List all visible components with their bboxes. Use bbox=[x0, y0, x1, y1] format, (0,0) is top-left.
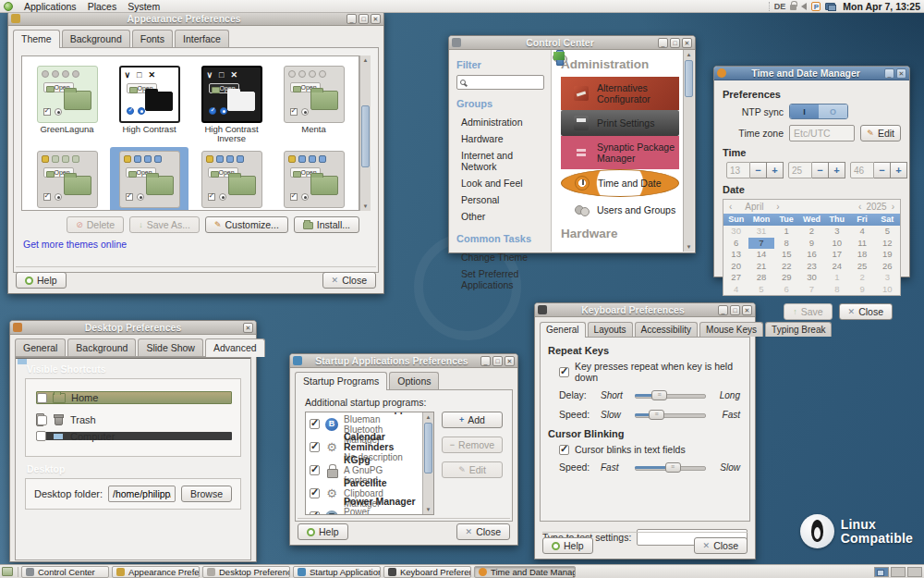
tab-slideshow[interactable]: Slide Show bbox=[138, 338, 203, 356]
close-dialog-button[interactable]: ✕Close bbox=[694, 537, 748, 554]
tab-general[interactable]: General bbox=[15, 338, 66, 356]
calendar-day[interactable]: 28 bbox=[748, 272, 773, 284]
calendar-day[interactable]: 1 bbox=[824, 272, 849, 284]
calendar-day[interactable]: 12 bbox=[875, 238, 900, 250]
save-as-button[interactable]: ↓Save As... bbox=[129, 216, 200, 233]
volume-icon[interactable] bbox=[801, 3, 807, 10]
customize-button[interactable]: ✎Customize... bbox=[205, 216, 288, 233]
browse-button[interactable]: Browse bbox=[181, 486, 232, 502]
get-more-themes-link[interactable]: Get more themes online bbox=[23, 239, 127, 250]
calendar-day[interactable]: 30 bbox=[799, 272, 824, 284]
calendar-day[interactable]: 5 bbox=[748, 284, 773, 296]
control-center-item[interactable]: Users and Groups bbox=[561, 197, 679, 223]
keyboard-layout-indicator[interactable]: DE bbox=[769, 2, 786, 11]
maximize-button[interactable]: □ bbox=[730, 305, 740, 315]
taskbar-window-button[interactable]: Desktop Preferences bbox=[202, 566, 290, 578]
tab-startup-programs[interactable]: Startup Programs bbox=[295, 372, 387, 390]
appearance-titlebar[interactable]: Appearance Preferences _ □ ✕ bbox=[8, 12, 383, 26]
program-enabled-checkbox[interactable] bbox=[310, 442, 320, 452]
menu-places[interactable]: Places bbox=[88, 1, 117, 12]
close-button[interactable]: ✕ bbox=[896, 68, 906, 79]
common-task-item[interactable]: Set Preferred Applications bbox=[456, 265, 544, 293]
time-date-titlebar[interactable]: Time and Date Manager _ ✕ bbox=[714, 67, 909, 80]
close-button[interactable]: ✕ bbox=[371, 14, 381, 24]
delete-theme-button[interactable]: ⊘Delete bbox=[67, 216, 124, 233]
seconds-minus-button[interactable]: − bbox=[874, 162, 891, 178]
edit-button[interactable]: ✎Edit bbox=[442, 461, 503, 478]
close-dialog-button[interactable]: ✕Close bbox=[839, 303, 893, 320]
calendar-day[interactable]: 7 bbox=[799, 284, 824, 296]
program-enabled-checkbox[interactable] bbox=[310, 465, 320, 475]
lock-keys-icon[interactable] bbox=[790, 5, 796, 10]
calendar-day[interactable]: 15 bbox=[774, 249, 799, 261]
show-desktop-button[interactable] bbox=[2, 567, 13, 576]
taskbar-window-button[interactable]: Keyboard Preferences bbox=[383, 566, 471, 578]
parcellite-tray-icon[interactable]: P bbox=[811, 2, 821, 11]
calendar-day[interactable]: 13 bbox=[723, 249, 748, 261]
blink-speed-slider[interactable] bbox=[635, 462, 706, 473]
theme-item[interactable]: Open High Contrast Inverse bbox=[192, 62, 271, 145]
calendar-day[interactable]: 11 bbox=[849, 238, 874, 250]
taskbar-window-button[interactable]: Appearance Preferen... bbox=[112, 566, 200, 578]
prev-month-button[interactable]: ‹ bbox=[729, 202, 732, 212]
startup-titlebar[interactable]: Startup Applications Preferences _ □ ✕ bbox=[290, 354, 517, 368]
taskbar-window-button[interactable]: Control Center bbox=[21, 566, 109, 578]
control-center-scrollbar[interactable]: ▲ ▼ bbox=[683, 50, 694, 252]
save-button[interactable]: ↑Save bbox=[784, 303, 832, 320]
minimize-button[interactable]: _ bbox=[346, 14, 357, 24]
minimize-button[interactable]: _ bbox=[884, 68, 894, 79]
shortcut-checkbox[interactable] bbox=[36, 431, 46, 441]
calendar-day[interactable]: 2 bbox=[849, 272, 874, 284]
calendar-day[interactable]: 3 bbox=[875, 272, 900, 284]
desktop-prefs-titlebar[interactable]: Desktop Preferences ✕ bbox=[10, 321, 256, 335]
theme-item[interactable]: Open GreenLaguna bbox=[28, 62, 106, 145]
program-enabled-checkbox[interactable] bbox=[310, 511, 320, 515]
group-item[interactable]: Internet and Network bbox=[456, 147, 544, 175]
close-button[interactable]: ✕ bbox=[505, 356, 515, 366]
tab-background[interactable]: Background bbox=[62, 30, 130, 47]
tab-mouse-keys[interactable]: Mouse Keys bbox=[699, 322, 763, 337]
control-center-item[interactable]: Print Settings bbox=[561, 110, 679, 136]
close-dialog-button[interactable]: ✕Close bbox=[322, 272, 376, 289]
theme-item[interactable]: Open TraditionalGreen bbox=[28, 147, 106, 211]
tab-typing-break[interactable]: Typing Break bbox=[765, 322, 832, 337]
theme-scrollbar[interactable]: ▲ ▼ bbox=[359, 55, 371, 211]
theme-item[interactable]: Open YaruGreen bbox=[192, 147, 271, 211]
tab-advanced[interactable]: Advanced bbox=[205, 338, 265, 357]
taskbar-window-button[interactable]: Time and Date Manager bbox=[474, 566, 576, 578]
calendar-day[interactable]: 8 bbox=[824, 284, 849, 296]
close-button[interactable]: ✕ bbox=[243, 323, 253, 333]
tab-options[interactable]: Options bbox=[389, 372, 439, 389]
install-button[interactable]: Install... bbox=[294, 216, 359, 233]
group-item[interactable]: Personal bbox=[456, 191, 544, 208]
menu-applications[interactable]: Applications bbox=[24, 1, 77, 12]
tab-theme[interactable]: Theme bbox=[13, 30, 60, 48]
hours-plus-button[interactable]: + bbox=[767, 162, 784, 178]
tab-general[interactable]: General bbox=[540, 322, 586, 338]
calendar-day[interactable]: 5 bbox=[875, 226, 900, 238]
next-year-button[interactable]: › bbox=[892, 202, 894, 212]
calendar-day[interactable]: 4 bbox=[723, 284, 748, 296]
tab-accessibility[interactable]: Accessibility bbox=[635, 322, 698, 337]
calendar-day[interactable]: 17 bbox=[824, 249, 849, 261]
add-button[interactable]: +Add bbox=[442, 412, 503, 428]
calendar-day[interactable]: 8 bbox=[774, 238, 799, 250]
tab-fonts[interactable]: Fonts bbox=[132, 30, 173, 47]
calendar-day[interactable]: 6 bbox=[723, 238, 748, 250]
startup-list-scrollbar[interactable]: ▲ ▼ bbox=[422, 412, 433, 514]
network-icon[interactable] bbox=[825, 3, 835, 10]
program-enabled-checkbox[interactable] bbox=[310, 488, 320, 498]
ntp-sync-toggle[interactable]: I O bbox=[789, 104, 848, 119]
calendar-day[interactable]: 18 bbox=[849, 249, 874, 261]
calendar-day[interactable]: 6 bbox=[774, 284, 799, 296]
cursor-blink-checkbox[interactable] bbox=[559, 445, 569, 455]
calendar-day[interactable]: 29 bbox=[774, 272, 799, 284]
minutes-minus-button[interactable]: − bbox=[812, 162, 829, 178]
help-button[interactable]: Help bbox=[542, 537, 593, 554]
workspace-switcher[interactable] bbox=[874, 567, 922, 577]
theme-item[interactable]: Open High Contrast bbox=[110, 62, 188, 145]
next-month-button[interactable]: › bbox=[776, 202, 779, 212]
workspace-3[interactable] bbox=[907, 567, 922, 577]
control-center-titlebar[interactable]: Control Center _ □ ✕ bbox=[449, 36, 695, 50]
delay-slider[interactable] bbox=[635, 390, 706, 400]
